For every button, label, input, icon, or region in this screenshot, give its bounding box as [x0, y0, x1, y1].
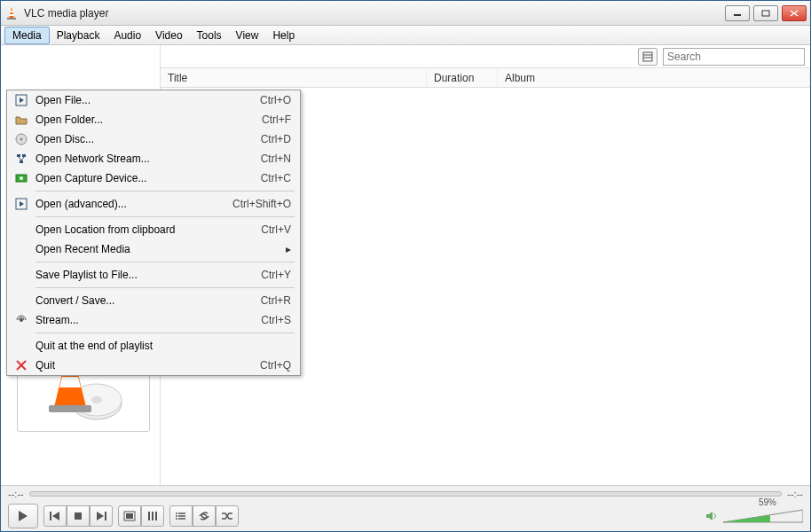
- file-play-icon: [12, 94, 30, 106]
- menuitem-open-capture-device[interactable]: Open Capture Device...Ctrl+C: [7, 168, 300, 188]
- menuitem-shortcut: Ctrl+Y: [261, 269, 291, 281]
- menu-tools[interactable]: Tools: [190, 27, 229, 43]
- menu-view[interactable]: View: [229, 27, 266, 43]
- svg-rect-1: [10, 11, 13, 12]
- menubar: MediaPlaybackAudioVideoToolsViewHelp: [1, 26, 810, 45]
- svg-marker-0: [9, 7, 14, 19]
- menuitem-quit[interactable]: QuitCtrl+Q: [7, 356, 300, 375]
- play-button[interactable]: [8, 504, 38, 528]
- menuitem-open-location-from-clipboard[interactable]: Open Location from clipboardCtrl+V: [7, 220, 300, 239]
- menuitem-open-advanced[interactable]: Open (advanced)...Ctrl+Shift+O: [7, 194, 300, 214]
- menuitem-open-folder[interactable]: Open Folder...Ctrl+F: [7, 110, 300, 129]
- menu-separator: [35, 287, 295, 288]
- seekbar: --:-- --:--: [1, 485, 810, 501]
- close-button[interactable]: [782, 5, 807, 21]
- titlebar: VLC media player: [1, 1, 810, 26]
- svg-rect-8: [643, 52, 652, 61]
- controls-bar: 59%: [1, 501, 810, 531]
- playlist-button[interactable]: [169, 505, 193, 527]
- svg-line-26: [21, 157, 24, 160]
- quit-icon: [12, 360, 30, 371]
- minimize-button[interactable]: [725, 5, 750, 21]
- folder-icon: [12, 114, 30, 125]
- time-elapsed: --:--: [8, 489, 24, 499]
- menuitem-label: Open Recent Media: [30, 243, 286, 255]
- menu-video[interactable]: Video: [148, 27, 189, 43]
- svg-rect-39: [105, 512, 106, 520]
- app-icon: [4, 6, 19, 20]
- loop-button[interactable]: [193, 505, 216, 527]
- volume-slider[interactable]: 59%: [723, 508, 803, 524]
- menu-audio[interactable]: Audio: [106, 27, 148, 43]
- svg-point-31: [20, 318, 23, 322]
- svg-rect-35: [50, 512, 51, 520]
- menu-media[interactable]: Media: [4, 27, 50, 44]
- menuitem-open-network-stream[interactable]: Open Network Stream...Ctrl+N: [7, 149, 300, 168]
- column-title[interactable]: Title: [161, 68, 427, 87]
- next-button[interactable]: [90, 505, 113, 527]
- shuffle-button[interactable]: [216, 505, 239, 527]
- menuitem-label: Open Location from clipboard: [30, 223, 261, 236]
- menuitem-shortcut: Ctrl+Q: [260, 359, 291, 372]
- column-headers: Title Duration Album: [161, 68, 810, 88]
- seek-slider[interactable]: [29, 491, 783, 497]
- network-icon: [12, 153, 30, 165]
- column-duration[interactable]: Duration: [427, 68, 498, 87]
- volume-percent-label: 59%: [759, 497, 776, 507]
- svg-rect-24: [20, 160, 23, 163]
- svg-marker-19: [20, 98, 24, 103]
- menuitem-label: Open Network Stream...: [30, 153, 261, 165]
- content-area: Title Duration Album Open File...Ctrl+OO…: [1, 45, 810, 485]
- menuitem-convert-save[interactable]: Convert / Save...Ctrl+R: [7, 291, 300, 310]
- time-total: --:--: [787, 489, 803, 499]
- extended-settings-button[interactable]: [141, 505, 164, 527]
- menuitem-quit-at-the-end-of-playlist[interactable]: Quit at the end of playlist: [7, 336, 300, 356]
- menuitem-save-playlist-to-file[interactable]: Save Playlist to File...Ctrl+Y: [7, 265, 300, 285]
- svg-rect-44: [155, 512, 157, 520]
- maximize-button[interactable]: [753, 5, 778, 21]
- svg-point-21: [20, 138, 23, 141]
- speaker-icon[interactable]: [705, 510, 720, 522]
- media-menu-dropdown: Open File...Ctrl+OOpen Folder...Ctrl+FOp…: [6, 90, 301, 376]
- menuitem-shortcut: Ctrl+D: [261, 133, 291, 145]
- search-input[interactable]: [663, 48, 805, 66]
- menuitem-label: Save Playlist to File...: [30, 269, 261, 281]
- svg-rect-23: [22, 154, 26, 157]
- previous-button[interactable]: [43, 505, 67, 527]
- window-title: VLC media player: [24, 7, 725, 20]
- svg-rect-42: [148, 512, 150, 520]
- menu-help[interactable]: Help: [265, 27, 302, 43]
- menuitem-open-file[interactable]: Open File...Ctrl+O: [7, 90, 300, 110]
- file-play-icon: [12, 198, 30, 210]
- menuitem-shortcut: Ctrl+V: [261, 223, 291, 236]
- main-toolbar: [161, 45, 810, 68]
- fullscreen-button[interactable]: [118, 505, 141, 527]
- menuitem-open-recent-media[interactable]: Open Recent Media▸: [7, 239, 300, 259]
- menu-separator: [35, 332, 295, 333]
- stop-button[interactable]: [67, 505, 90, 527]
- svg-rect-37: [75, 512, 82, 520]
- menuitem-shortcut: Ctrl+F: [262, 113, 291, 126]
- svg-marker-34: [19, 511, 28, 521]
- menuitem-label: Open File...: [30, 94, 260, 106]
- svg-point-49: [176, 515, 177, 517]
- menuitem-label: Open Capture Device...: [30, 172, 261, 184]
- menuitem-shortcut: Ctrl+N: [261, 153, 291, 165]
- menu-playback[interactable]: Playback: [50, 27, 107, 43]
- menuitem-label: Quit: [30, 359, 260, 372]
- disc-icon: [12, 133, 30, 145]
- menuitem-stream[interactable]: Stream...Ctrl+S: [7, 310, 300, 330]
- svg-rect-2: [10, 14, 14, 16]
- svg-line-25: [19, 157, 21, 160]
- menuitem-shortcut: Ctrl+S: [261, 314, 291, 326]
- svg-rect-3: [7, 18, 16, 20]
- svg-marker-51: [706, 512, 713, 520]
- menuitem-shortcut: Ctrl+O: [260, 94, 291, 106]
- menu-separator: [35, 262, 295, 262]
- menuitem-label: Open Disc...: [30, 133, 261, 145]
- menuitem-shortcut: Ctrl+C: [261, 172, 291, 184]
- view-mode-button[interactable]: [638, 48, 657, 66]
- capture-icon: [12, 173, 30, 184]
- column-album[interactable]: Album: [498, 68, 810, 87]
- menuitem-open-disc[interactable]: Open Disc...Ctrl+D: [7, 129, 300, 149]
